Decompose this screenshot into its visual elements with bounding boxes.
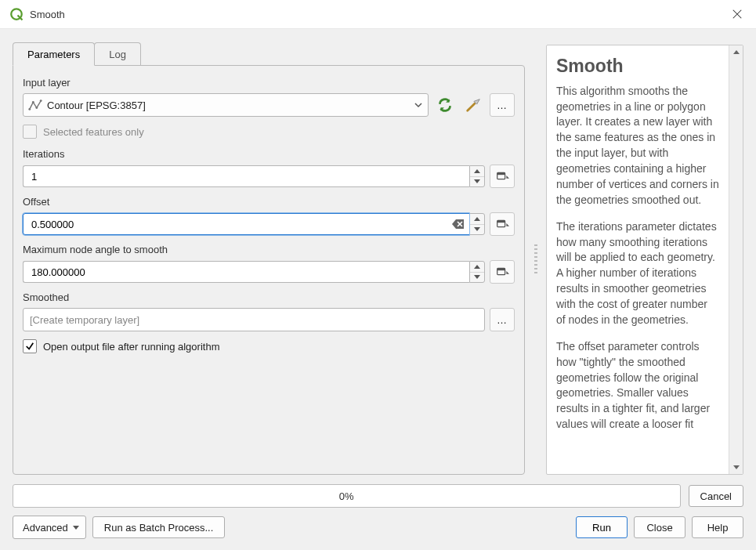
scroll-up-icon[interactable] bbox=[729, 45, 743, 59]
ellipsis-icon: … bbox=[497, 100, 508, 111]
max-angle-spin-up[interactable] bbox=[470, 262, 484, 273]
input-layer-browse-button[interactable]: … bbox=[490, 93, 515, 117]
chevron-down-icon bbox=[414, 100, 423, 110]
offset-spinner[interactable] bbox=[469, 213, 485, 235]
qgis-icon bbox=[9, 7, 24, 21]
smoothed-label: Smoothed bbox=[23, 291, 515, 303]
titlebar: Smooth bbox=[0, 0, 756, 29]
input-layer-label: Input layer bbox=[23, 77, 515, 89]
offset-spin-up[interactable] bbox=[470, 214, 484, 225]
offset-input[interactable] bbox=[23, 213, 469, 235]
close-button[interactable]: Close bbox=[634, 516, 685, 538]
max-angle-label: Maximum node angle to smooth bbox=[23, 244, 515, 255]
scroll-down-icon[interactable] bbox=[729, 461, 743, 474]
max-angle-spin-down[interactable] bbox=[470, 273, 484, 283]
help-paragraph-2: The iterations parameter dictates how ma… bbox=[556, 219, 719, 328]
help-panel: Smooth This algorithm smooths the geomet… bbox=[546, 45, 743, 475]
smoothed-browse-button[interactable]: … bbox=[490, 308, 515, 331]
smoothed-placeholder: [Create temporary layer] bbox=[30, 314, 139, 326]
help-paragraph-1: This algorithm smooths the geometries in… bbox=[556, 84, 719, 208]
max-angle-spinner[interactable] bbox=[469, 261, 485, 283]
offset-value[interactable] bbox=[30, 218, 463, 231]
clear-input-icon[interactable] bbox=[452, 219, 465, 230]
open-output-checkbox[interactable]: Open output file after running algorithm bbox=[23, 339, 515, 353]
svg-point-2 bbox=[32, 101, 34, 103]
iterations-label: Iterations bbox=[23, 148, 515, 160]
tab-log-label: Log bbox=[109, 49, 126, 60]
smoothed-output-input[interactable]: [Create temporary layer] bbox=[23, 308, 485, 331]
run-button[interactable]: Run bbox=[576, 516, 628, 538]
advanced-label: Advanced bbox=[23, 522, 68, 534]
svg-rect-6 bbox=[497, 173, 505, 175]
tab-log[interactable]: Log bbox=[94, 42, 141, 65]
offset-label: Offset bbox=[23, 196, 515, 208]
tab-parameters[interactable]: Parameters bbox=[13, 42, 95, 66]
help-button[interactable]: Help bbox=[692, 516, 743, 538]
tab-bar: Parameters Log bbox=[13, 40, 525, 65]
progress-text: 0% bbox=[339, 490, 354, 502]
max-angle-input[interactable] bbox=[23, 261, 469, 283]
svg-point-3 bbox=[35, 107, 38, 109]
offset-data-defined-button[interactable] bbox=[490, 212, 515, 236]
ellipsis-icon: … bbox=[497, 314, 508, 326]
svg-rect-10 bbox=[497, 269, 505, 271]
help-title: Smooth bbox=[556, 53, 719, 79]
offset-spin-down[interactable] bbox=[470, 225, 484, 235]
iterations-data-defined-button[interactable] bbox=[490, 165, 515, 188]
iterations-input[interactable] bbox=[23, 165, 469, 187]
open-output-label: Open output file after running algorithm bbox=[43, 341, 219, 353]
max-angle-value[interactable] bbox=[30, 266, 463, 279]
input-layer-value: Contour [EPSG:3857] bbox=[47, 100, 414, 111]
help-paragraph-3: The offset parameter controls how "tight… bbox=[556, 339, 719, 432]
run-batch-button[interactable]: Run as Batch Process... bbox=[92, 516, 225, 538]
layer-options-button[interactable] bbox=[461, 94, 485, 116]
cancel-button[interactable]: Cancel bbox=[689, 485, 743, 507]
reload-layers-button[interactable] bbox=[433, 94, 457, 116]
progress-bar: 0% bbox=[13, 484, 681, 508]
svg-point-1 bbox=[28, 108, 31, 110]
window-close-button[interactable] bbox=[728, 5, 747, 24]
svg-rect-8 bbox=[497, 221, 505, 223]
parameters-panel: Input layer Contour [EPSG:3857] bbox=[13, 65, 525, 475]
line-layer-icon bbox=[28, 98, 42, 112]
checkbox-checked-icon bbox=[23, 339, 37, 353]
selected-features-only-label: Selected features only bbox=[43, 126, 144, 138]
iterations-spin-down[interactable] bbox=[470, 177, 484, 187]
iterations-spinner[interactable] bbox=[469, 165, 485, 187]
selected-features-only-checkbox[interactable]: Selected features only bbox=[23, 125, 515, 139]
splitter-handle[interactable] bbox=[533, 45, 538, 475]
iterations-value[interactable] bbox=[30, 170, 463, 183]
max-angle-data-defined-button[interactable] bbox=[490, 260, 515, 284]
advanced-button[interactable]: Advanced bbox=[13, 516, 86, 539]
checkbox-icon bbox=[23, 125, 37, 139]
svg-point-4 bbox=[40, 100, 42, 102]
input-layer-combo[interactable]: Contour [EPSG:3857] bbox=[23, 93, 429, 117]
help-scrollbar[interactable] bbox=[729, 45, 743, 474]
iterations-spin-up[interactable] bbox=[470, 166, 484, 177]
tab-parameters-label: Parameters bbox=[27, 49, 80, 60]
window-title: Smooth bbox=[30, 9, 728, 20]
chevron-down-icon bbox=[73, 526, 79, 530]
